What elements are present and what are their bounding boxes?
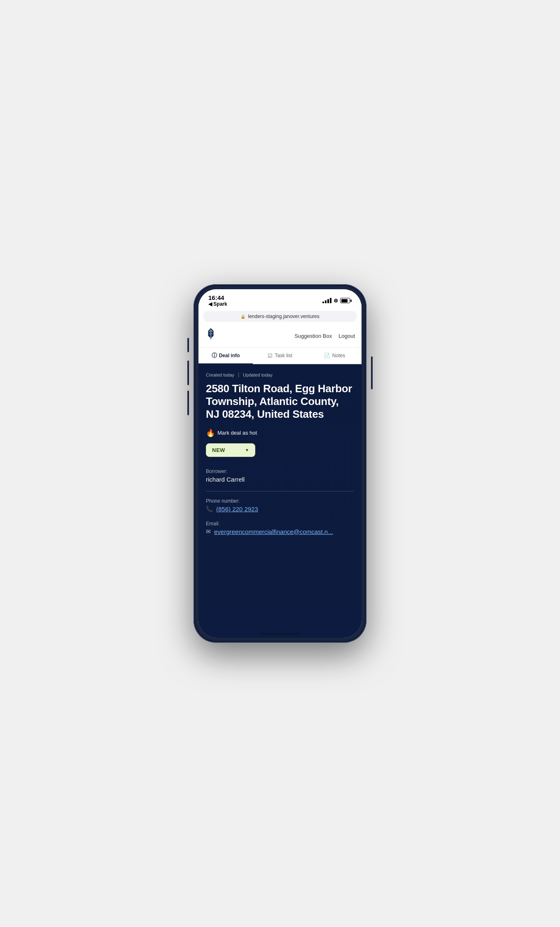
phone-value[interactable]: (856) 220 2923 [216,506,258,513]
tab-deal-info[interactable]: ⓘ Deal info [198,348,253,363]
status-icons: ⊜ [322,297,352,304]
back-button[interactable]: ◀ Spark [208,301,227,307]
volume-mute-button [187,338,189,352]
battery-icon [340,298,352,303]
phone-field: Phone number: 📞 (856) 220 2923 [206,498,354,513]
home-indicator [259,633,301,634]
logo [205,328,217,344]
chevron-down-icon: ▼ [245,448,249,452]
updated-text: Updated today [243,372,273,377]
document-icon: 📄 [324,353,330,359]
section-divider [206,491,354,492]
email-with-icon: ✉ evergreencommercialfinance@comcast.n..… [206,528,354,535]
browser-address-bar[interactable]: 🔒 lenders-staging.janover.ventures [203,311,357,322]
wifi-icon: ⊜ [334,297,338,304]
app-header: Suggestion Box Logout [198,324,362,348]
meta-row: Created today Updated today [206,372,354,377]
hot-btn-label: Mark deal as hot [217,430,257,436]
fire-icon: 🔥 [206,428,215,438]
phone-frame: 16:44 ◀ Spark ⊜ 🔒 [194,284,366,643]
power-button [371,356,373,389]
phone-with-icon: 📞 (856) 220 2923 [206,506,354,513]
phone-screen: 16:44 ◀ Spark ⊜ 🔒 [198,289,362,638]
borrower-field: Borrower: richard Carrell [206,468,354,483]
meta-divider [238,372,239,377]
email-icon: ✉ [206,528,211,535]
phone-label: Phone number: [206,498,354,504]
phone-icon: 📞 [206,506,213,512]
tab-bar: ⓘ Deal info ☑ Task list 📄 Notes [198,348,362,364]
url-text: lenders-staging.janover.ventures [248,314,319,319]
email-label: Email: [206,521,354,527]
content-area: Created today Updated today 2580 Tilton … [198,364,362,552]
email-value[interactable]: evergreencommercialfinance@comcast.n... [214,528,333,535]
signal-icon [322,298,331,303]
status-dropdown[interactable]: NEW ▼ [206,443,255,457]
info-icon: ⓘ [212,352,217,359]
volume-up-button [187,360,189,385]
status-value: NEW [212,447,225,453]
header-nav: Suggestion Box Logout [294,333,355,339]
main-content: Created today Updated today 2580 Tilton … [198,364,362,638]
borrower-label: Borrower: [206,468,354,474]
volume-down-button [187,391,189,415]
tab-notes[interactable]: 📄 Notes [307,348,362,363]
suggestion-box-link[interactable]: Suggestion Box [294,333,332,339]
lock-icon: 🔒 [240,314,245,319]
address-title: 2580 Tilton Road, Egg Harbor Township, A… [206,382,354,421]
logout-button[interactable]: Logout [338,333,355,339]
status-time: 16:44 [208,294,224,301]
created-text: Created today [206,372,234,377]
email-field: Email: ✉ evergreencommercialfinance@comc… [206,521,354,535]
borrower-value: richard Carrell [206,476,354,483]
checkbox-icon: ☑ [268,353,273,359]
status-bar: 16:44 ◀ Spark ⊜ [198,289,362,309]
mark-hot-button[interactable]: 🔥 Mark deal as hot [206,428,354,438]
tab-task-list[interactable]: ☑ Task list [253,348,307,363]
